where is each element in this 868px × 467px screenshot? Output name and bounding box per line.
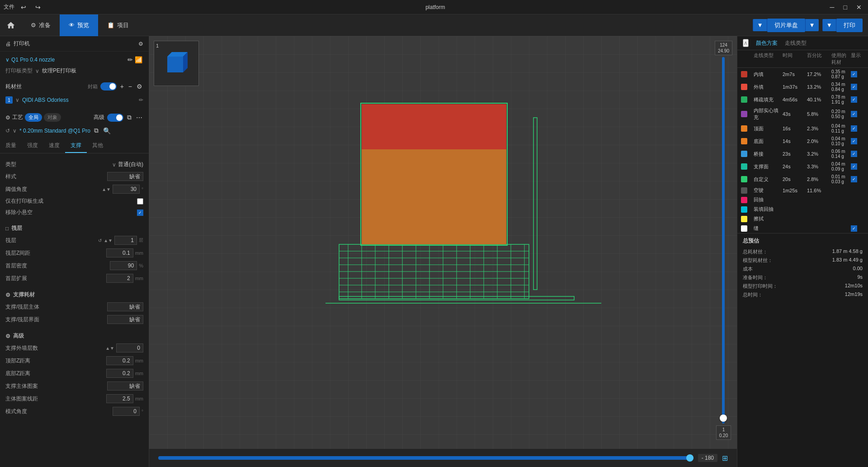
type-select[interactable]: 普通(自动)	[118, 161, 143, 168]
filament-add-button[interactable]: +	[119, 82, 125, 91]
tab-other[interactable]: 其他	[87, 139, 108, 153]
print-time-label: 模型打印时间：	[743, 283, 778, 290]
style-input[interactable]	[107, 172, 143, 181]
row-name: 底面	[754, 138, 781, 145]
row-checkbox[interactable]: ✓	[851, 176, 857, 182]
color-swatch	[741, 206, 747, 213]
linetype-tab[interactable]: 走线类型	[785, 39, 807, 47]
top-z-input[interactable]	[106, 356, 133, 365]
raft-row: 筏层 ↺ ▲▼ 层	[5, 234, 143, 247]
tab-quality[interactable]: 质量	[0, 139, 22, 153]
viewport[interactable]: 1	[149, 36, 737, 467]
color-swatch	[741, 151, 747, 157]
row-checkbox[interactable]: ✓	[851, 151, 857, 157]
printer-settings-icon[interactable]: ⚙	[138, 41, 143, 47]
filament-edit-button[interactable]: ✏	[139, 97, 143, 103]
row-checkbox[interactable]	[851, 197, 857, 203]
close-button[interactable]: ✕	[854, 3, 864, 12]
filament-remove-button[interactable]: −	[127, 82, 133, 91]
first-expand-input[interactable]	[106, 274, 133, 283]
minimize-button[interactable]: ─	[827, 3, 837, 12]
row-name: 空驶	[754, 187, 781, 194]
row-checkbox[interactable]	[851, 187, 857, 194]
file-menu[interactable]: 文件	[4, 3, 14, 11]
home-button[interactable]	[0, 14, 22, 36]
seal-toggle[interactable]	[100, 82, 117, 91]
row-checkbox[interactable]: ✓	[851, 125, 857, 132]
raft-input[interactable]	[114, 236, 137, 245]
color-table-row: 擦拭	[737, 214, 868, 224]
layers-icon[interactable]: ⊞	[722, 454, 728, 462]
tab-support[interactable]: 支撑	[65, 139, 87, 153]
main-pattern-input[interactable]	[107, 381, 143, 391]
only-plate-checkbox[interactable]	[137, 198, 143, 205]
row-name: 装填回抽	[754, 206, 781, 213]
raft-z-label: 筏层Z间距	[5, 249, 51, 257]
maximize-button[interactable]: □	[841, 3, 850, 12]
prepare-tab[interactable]: ⚙ 准备	[22, 14, 60, 36]
tab-speed[interactable]: 速度	[43, 139, 65, 153]
print-button[interactable]: 打印	[836, 19, 863, 32]
slice-dropdown-right[interactable]: ▼	[805, 19, 819, 31]
model-angle-input[interactable]	[113, 407, 140, 416]
row-time: 20s	[783, 176, 805, 182]
threshold-input[interactable]	[113, 185, 140, 194]
row-checkbox[interactable]: ✓	[851, 225, 857, 232]
row-checkbox[interactable]: ✓	[851, 138, 857, 144]
advanced-toggle[interactable]	[107, 114, 123, 122]
layer-progress-thumb[interactable]	[686, 454, 693, 462]
style-value	[107, 172, 143, 181]
printer-wifi-button[interactable]: 📶	[134, 55, 143, 64]
type-label: 类型	[5, 161, 51, 168]
bottom-z-row: 底部Z距离 mm	[5, 367, 143, 380]
row-checkbox[interactable]: ✓	[851, 111, 857, 117]
craft-copy-button[interactable]: ⧉	[126, 113, 132, 122]
row-name: 回抽	[754, 196, 781, 203]
redo-button[interactable]: ↪	[33, 3, 43, 12]
support-raft-input[interactable]	[107, 302, 143, 311]
filament-settings-button[interactable]: ⚙	[136, 82, 143, 91]
row-checkbox[interactable]	[851, 206, 857, 213]
preview-tab[interactable]: 👁 预览	[60, 14, 98, 36]
row-percent: 17.2%	[807, 71, 830, 77]
undo-button[interactable]: ↩	[18, 3, 29, 12]
craft-tag-global[interactable]: 全局	[25, 113, 42, 122]
first-density-input[interactable]	[110, 261, 137, 270]
layer-progress-track[interactable]	[158, 456, 693, 460]
print-dropdown[interactable]: ▼	[822, 19, 836, 31]
remove-small-checkbox[interactable]: ✓	[137, 210, 143, 216]
craft-profile-copy[interactable]: ⧉	[93, 126, 99, 135]
raft-z-input[interactable]	[106, 248, 133, 257]
top-z-value: mm	[106, 356, 143, 365]
craft-profile-search[interactable]: 🔍	[102, 126, 112, 135]
row-checkbox[interactable]: ✓	[851, 96, 857, 103]
layer-slider-track[interactable]	[722, 57, 725, 424]
row-name: 擦拭	[754, 215, 781, 222]
printer-edit-button[interactable]: ✏	[127, 55, 134, 64]
craft-more-button[interactable]: ⋯	[135, 113, 143, 122]
row-checkbox[interactable]: ✓	[851, 163, 857, 170]
row-checkbox[interactable]: ✓	[851, 84, 857, 90]
row-name: 稀疏填充	[754, 96, 781, 103]
row-time: 1m37s	[783, 84, 805, 90]
filament-label: 耗材丝	[5, 83, 22, 91]
collapse-right-panel[interactable]: ∧	[743, 39, 749, 47]
craft-tag-object[interactable]: 对象	[44, 113, 61, 122]
outer-walls-input[interactable]	[116, 343, 143, 353]
layer-slider-thumb[interactable]	[720, 415, 727, 422]
support-raft-interface-input[interactable]	[107, 315, 143, 324]
row-checkbox[interactable]: ✓	[851, 71, 857, 77]
bottom-z-input[interactable]	[106, 369, 133, 378]
tab-strength[interactable]: 强度	[22, 139, 43, 153]
raft-collapse-icon[interactable]: □	[5, 225, 9, 232]
slice-button[interactable]: 切片单盘	[767, 19, 805, 32]
pattern-spacing-input[interactable]	[106, 394, 133, 403]
total-material-label: 总耗材丝：	[743, 248, 768, 255]
cost-value: 0.00	[853, 266, 863, 272]
cost-label: 成本	[743, 266, 753, 272]
color-scheme-tab[interactable]: 颜色方案	[756, 39, 778, 47]
row-checkbox[interactable]	[851, 216, 857, 222]
color-table-row: 内填 2m7s 17.2% 0.35 m 0.87 g ✓	[737, 68, 868, 81]
project-tab[interactable]: 📋 项目	[98, 14, 138, 36]
slice-dropdown[interactable]: ▼	[753, 19, 767, 31]
